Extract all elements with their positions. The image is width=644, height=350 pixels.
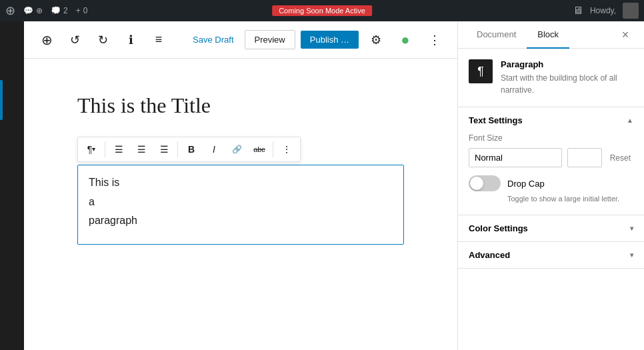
drop-cap-row: Drop Cap bbox=[469, 175, 633, 191]
avatar[interactable] bbox=[623, 3, 639, 19]
toggle-thumb bbox=[470, 177, 483, 190]
text-settings-content: Font Size Normal Small Medium Large Huge… bbox=[458, 133, 644, 215]
strikethrough-icon: abc bbox=[253, 145, 265, 153]
drop-cap-toggle[interactable] bbox=[469, 175, 501, 191]
add-block-button[interactable]: ⊕ bbox=[35, 28, 59, 52]
bold-button[interactable]: B bbox=[181, 139, 202, 160]
left-sidebar bbox=[0, 21, 24, 350]
editor-content: This is the Title ¶ ▾ ☰ ☰ ☰ bbox=[24, 59, 457, 350]
redo-button[interactable]: ↻ bbox=[91, 28, 115, 52]
drop-cap-label: Drop Cap bbox=[507, 179, 545, 189]
paragraph-content[interactable]: This is a paragraph bbox=[89, 173, 393, 231]
align-right-icon: ☰ bbox=[160, 144, 169, 155]
monitor-icon[interactable]: 🖥 bbox=[573, 5, 583, 17]
plugin-button[interactable]: ● bbox=[393, 28, 417, 52]
sidebar-close-button[interactable]: × bbox=[615, 24, 636, 45]
undo-button[interactable]: ↺ bbox=[63, 28, 87, 52]
editor-toolbar: ⊕ ↺ ↻ ℹ ≡ Save Draft Preview Publish … bbox=[24, 21, 457, 59]
updates-count: ⊕ bbox=[36, 6, 43, 15]
sidebar-tabs: Document Block × bbox=[458, 21, 644, 49]
paragraph-block[interactable]: This is a paragraph bbox=[77, 165, 404, 245]
coming-soon-badge: Coming Soon Mode Active bbox=[272, 5, 372, 16]
bold-icon: B bbox=[188, 144, 195, 155]
add-icon: ⊕ bbox=[41, 32, 53, 48]
advanced-label: Advanced bbox=[469, 250, 510, 260]
more-block-options-button[interactable]: ⋮ bbox=[276, 139, 297, 160]
info-icon: ℹ bbox=[129, 33, 133, 47]
text-settings-label: Text Settings bbox=[469, 115, 523, 125]
right-sidebar: Document Block × ¶ Paragraph Start with … bbox=[457, 21, 644, 350]
link-button[interactable]: 🔗 bbox=[226, 139, 247, 160]
italic-button[interactable]: I bbox=[203, 139, 225, 160]
comments-icon: 💭 bbox=[51, 6, 61, 15]
new-icon: + bbox=[76, 6, 81, 15]
align-left-icon: ☰ bbox=[115, 144, 123, 155]
font-size-reset-button[interactable]: Reset bbox=[607, 151, 633, 165]
toolbar-divider-1 bbox=[105, 141, 105, 157]
howdy-text: Howdy, bbox=[590, 6, 616, 15]
list-view-button[interactable]: ≡ bbox=[147, 28, 171, 52]
admin-bar: ⊕ 💬 ⊕ 💭 2 + 0 Coming Soon Mode Active 🖥 … bbox=[0, 0, 644, 21]
settings-button[interactable]: ⚙ bbox=[364, 28, 388, 52]
text-settings-chevron: ▲ bbox=[627, 117, 633, 124]
info-button[interactable]: ℹ bbox=[119, 28, 143, 52]
align-right-button[interactable]: ☰ bbox=[153, 139, 175, 160]
block-info-text: Paragraph Start with the building block … bbox=[501, 59, 633, 96]
font-size-row: Normal Small Medium Large Huge Reset bbox=[469, 148, 633, 167]
font-size-number-input[interactable] bbox=[567, 148, 602, 167]
align-center-icon: ☰ bbox=[137, 144, 146, 155]
post-title[interactable]: This is the Title bbox=[77, 91, 404, 121]
admin-bar-right: 🖥 Howdy, bbox=[573, 3, 639, 19]
drop-cap-description: Toggle to show a large initial letter. bbox=[507, 194, 633, 204]
more-block-icon: ⋮ bbox=[282, 144, 291, 155]
advanced-chevron: ▾ bbox=[630, 251, 633, 259]
updates-item[interactable]: 💬 ⊕ bbox=[23, 6, 43, 15]
undo-icon: ↺ bbox=[70, 33, 80, 47]
block-info: ¶ Paragraph Start with the building bloc… bbox=[458, 49, 644, 107]
updates-icon: 💬 bbox=[23, 6, 33, 15]
new-label: 0 bbox=[83, 6, 88, 15]
text-settings-section: Text Settings ▲ Font Size Normal Small M… bbox=[458, 107, 644, 215]
toolbar-divider-3 bbox=[273, 141, 273, 157]
tab-block[interactable]: Block bbox=[527, 21, 569, 49]
text-settings-header[interactable]: Text Settings ▲ bbox=[458, 107, 644, 133]
color-settings-label: Color Settings bbox=[469, 223, 528, 233]
plugin-icon: ● bbox=[401, 31, 409, 49]
redo-icon: ↻ bbox=[98, 33, 108, 47]
font-size-label: Font Size bbox=[469, 133, 633, 143]
gear-icon: ⚙ bbox=[371, 33, 381, 47]
color-settings-header[interactable]: Color Settings ▾ bbox=[458, 215, 644, 241]
block-type-icon: ¶ bbox=[469, 59, 493, 83]
block-type-title: Paragraph bbox=[501, 59, 633, 69]
toolbar-divider-2 bbox=[177, 141, 178, 157]
paragraph-icon: ¶ bbox=[87, 144, 93, 155]
align-left-button[interactable]: ☰ bbox=[108, 139, 129, 160]
color-settings-chevron: ▾ bbox=[630, 225, 633, 232]
tab-document[interactable]: Document bbox=[466, 21, 527, 49]
save-draft-button[interactable]: Save Draft bbox=[187, 31, 239, 49]
list-icon: ≡ bbox=[155, 33, 163, 47]
align-center-button[interactable]: ☰ bbox=[131, 139, 152, 160]
wp-logo-item[interactable]: ⊕ bbox=[5, 3, 15, 18]
link-icon: 🔗 bbox=[232, 145, 242, 154]
block-type-description: Start with the building block of all nar… bbox=[501, 72, 633, 96]
more-icon: ⋮ bbox=[429, 33, 441, 47]
comments-count: 2 bbox=[63, 6, 68, 15]
toolbar-right: Save Draft Preview Publish … ⚙ ● ⋮ bbox=[187, 28, 447, 52]
preview-button[interactable]: Preview bbox=[245, 30, 295, 49]
color-settings-section: Color Settings ▾ bbox=[458, 215, 644, 242]
new-item[interactable]: + 0 bbox=[76, 6, 88, 15]
font-size-select[interactable]: Normal Small Medium Large Huge bbox=[469, 148, 562, 167]
editor-main: ⊕ ↺ ↻ ℹ ≡ Save Draft Preview Publish … bbox=[24, 21, 457, 350]
wp-icon: ⊕ bbox=[5, 3, 15, 18]
more-options-button[interactable]: ⋮ bbox=[423, 28, 447, 52]
italic-icon: I bbox=[213, 144, 215, 155]
comments-item[interactable]: 💭 2 bbox=[51, 6, 68, 15]
advanced-section: Advanced ▾ bbox=[458, 242, 644, 269]
block-indicator bbox=[0, 80, 3, 120]
paragraph-type-button[interactable]: ¶ ▾ bbox=[81, 139, 102, 160]
advanced-header[interactable]: Advanced ▾ bbox=[458, 242, 644, 268]
strikethrough-button[interactable]: abc bbox=[249, 139, 270, 160]
editor-wrapper: ⊕ ↺ ↻ ℹ ≡ Save Draft Preview Publish … bbox=[0, 21, 644, 350]
publish-button[interactable]: Publish … bbox=[301, 31, 359, 49]
